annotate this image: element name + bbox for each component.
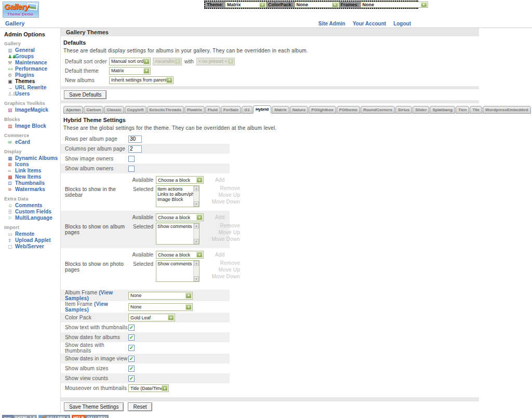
theme-tab[interactable]: Sirius xyxy=(395,106,412,114)
list-option[interactable]: Item actions xyxy=(157,186,193,192)
mouseover-select[interactable]: Title (Date/Time) ▼ xyxy=(128,384,169,392)
theme-tab[interactable]: Carbon xyxy=(84,106,103,114)
scroll-down-icon[interactable]: ▼ xyxy=(194,276,199,281)
theme-tab[interactable]: Floatrix xyxy=(184,106,205,114)
scroll-down-icon[interactable]: ▼ xyxy=(194,239,199,244)
nav-link[interactable]: Site Admin xyxy=(318,21,345,26)
sort-order-select[interactable]: Manual sort order ▼ xyxy=(109,58,151,65)
frames-select[interactable]: None ▼ xyxy=(361,2,428,8)
reset-button[interactable]: Reset xyxy=(128,402,152,411)
theme-tab[interactable]: WordpressEmbedded xyxy=(483,106,531,114)
save-theme-settings-button[interactable]: Save Theme Settings xyxy=(64,402,124,411)
theme-select[interactable]: Matrix ▼ xyxy=(225,2,267,8)
available-block-select[interactable]: Choose a block ▼ xyxy=(156,251,204,259)
theme-tab[interactable]: ForSale xyxy=(221,106,241,114)
sidebar-item[interactable]: ♟♟ Groups xyxy=(0,53,60,60)
available-block-select[interactable]: Choose a block ▼ xyxy=(156,176,204,184)
sidebar-item[interactable]: ▭ Remote xyxy=(0,231,60,237)
sidebar-item[interactable]: ⚐ MultiLanguage xyxy=(0,215,60,221)
sidebar-item[interactable]: ▩ New Items xyxy=(0,174,60,180)
sidebar-item[interactable]: ⊡ Thumbnails xyxy=(0,180,60,186)
sidebar-item[interactable]: ☺ Comments xyxy=(0,203,60,209)
chevron-down-icon: ▼ xyxy=(421,3,427,7)
sidebar-item[interactable]: ⇪ Upload Applet xyxy=(0,237,60,244)
theme-tab[interactable]: PGlightbox xyxy=(309,106,336,114)
color-pack-select[interactable]: Gold Leaf ▼ xyxy=(128,314,175,321)
new-albums-select[interactable]: Inherit settings from parent album ▼ xyxy=(109,76,174,84)
theme-tab[interactable]: Tien xyxy=(456,106,469,114)
list-option[interactable]: Show comments xyxy=(157,224,193,229)
sidebar-item[interactable]: ☰ Custom Fields xyxy=(0,209,60,215)
theme-tab[interactable]: G1 xyxy=(242,106,252,114)
available-block-select[interactable]: Choose a block ▼ xyxy=(156,213,204,221)
sidebar-item[interactable]: ▢ Web/Server xyxy=(0,244,60,250)
theme-tab[interactable]: Tile xyxy=(470,106,482,114)
dates-with-thumbnails-checkbox[interactable]: ✓ xyxy=(128,345,135,351)
view-counts-checkbox[interactable]: ✓ xyxy=(128,375,135,382)
theme-settings-description: These are the global settings for the th… xyxy=(63,125,532,131)
selected-blocks-list[interactable]: Show comments ▲ ▼ xyxy=(156,223,200,245)
sidebar-item[interactable]: ⊞ Icons xyxy=(0,161,60,168)
show-text-checkbox[interactable]: ✓ xyxy=(128,325,135,331)
gallery2-badge[interactable]: GALLERY 2 xyxy=(38,415,71,418)
theme-tab[interactable]: Copyleft xyxy=(125,106,147,114)
sidebar-item[interactable]: ⚙ Plugins xyxy=(0,72,60,78)
colorpack-select[interactable]: None ▼ xyxy=(295,2,339,8)
theme-tab[interactable]: RoundCorners xyxy=(361,106,395,114)
cols-per-page-input[interactable] xyxy=(128,145,142,153)
album-frame-select[interactable]: None ▼ xyxy=(128,292,193,300)
sidebar-item[interactable]: »» Performance xyxy=(0,66,60,72)
scrollbar[interactable]: ▲ ▼ xyxy=(193,186,199,207)
selected-blocks-list[interactable]: Item actionsLinks to album/photo peersIm… xyxy=(156,185,200,207)
sidebar-item[interactable]: ▤ Image Block xyxy=(0,123,60,129)
selected-label: Selected xyxy=(128,185,153,192)
scroll-up-icon[interactable]: ▲ xyxy=(194,261,199,266)
nav-link[interactable]: Your Account xyxy=(353,21,386,26)
theme-tab[interactable]: Ajaxian xyxy=(63,106,83,114)
sidebar-item[interactable]: ⚒ Maintenance xyxy=(0,60,60,66)
rows-per-page-input[interactable] xyxy=(128,136,142,143)
sidebar-item-icon: ▤ xyxy=(8,124,15,129)
theme-tab[interactable]: Fluid xyxy=(205,106,220,114)
theme-tab[interactable]: EclecticThreads xyxy=(147,106,184,114)
sidebar-item[interactable]: → URL Rewrite xyxy=(0,85,60,91)
sidebar-item[interactable]: ▣ Themes xyxy=(0,78,60,85)
nav-link[interactable]: Logout xyxy=(393,21,411,26)
sidebar-item[interactable]: ∞ Link Items xyxy=(0,168,60,174)
scroll-up-icon[interactable]: ▲ xyxy=(194,186,199,191)
sidebar-item[interactable]: ▥ General xyxy=(0,47,60,53)
scrollbar[interactable]: ▲ ▼ xyxy=(193,223,199,244)
album-sizes-checkbox[interactable]: ✓ xyxy=(128,366,135,372)
w3c-xhtml-badge[interactable]: W3C XHTML 1.0 xyxy=(2,415,37,418)
theme-tab[interactable]: Matrix xyxy=(272,106,289,114)
item-frame-select[interactable]: None ▼ xyxy=(128,303,193,311)
theme-tab[interactable]: Splatbang xyxy=(430,106,455,114)
sidebar-item[interactable]: ▨ ImageMagick xyxy=(0,107,60,113)
list-option[interactable]: Image Block xyxy=(157,197,193,202)
list-option[interactable]: Links to album/photo peers xyxy=(157,192,193,197)
scroll-down-icon[interactable]: ▼ xyxy=(194,201,199,207)
list-option[interactable]: Show comments xyxy=(157,261,193,266)
default-theme-select[interactable]: Matrix ▼ xyxy=(109,67,151,75)
dates-for-albums-checkbox[interactable]: ✓ xyxy=(128,334,135,341)
gallery-logo[interactable]: Gallery Theme Demo xyxy=(3,2,39,18)
sidebar-item[interactable]: ≋ Watermarks xyxy=(0,186,60,193)
save-defaults-button[interactable]: Save Defaults xyxy=(64,90,107,99)
scrollbar[interactable]: ▲ ▼ xyxy=(193,261,199,281)
row-label: Default theme xyxy=(65,68,109,74)
help-gallery-badge[interactable]: HELP GALLERY! xyxy=(72,415,109,418)
theme-tab[interactable]: PGtheme xyxy=(337,106,360,114)
dates-in-image-view-checkbox[interactable]: ✓ xyxy=(128,356,135,362)
theme-tab[interactable]: Nature xyxy=(290,106,308,114)
scroll-up-icon[interactable]: ▲ xyxy=(194,223,199,228)
theme-tab[interactable]: Slider xyxy=(413,106,429,114)
sidebar-item[interactable]: ✉ eCard xyxy=(0,139,60,145)
selected-blocks-list[interactable]: Show comments ▲ ▼ xyxy=(156,260,200,282)
theme-tab[interactable]: Hybrid xyxy=(253,105,271,114)
show-image-owners-checkbox[interactable]: ✓ xyxy=(128,156,135,162)
sidebar-item[interactable]: ▦ Dynamic Albums xyxy=(0,155,60,161)
sidebar-item[interactable]: ♙♙ Users xyxy=(0,91,60,97)
theme-tab[interactable]: Classic xyxy=(104,106,124,114)
show-album-owners-checkbox[interactable]: ✓ xyxy=(128,166,135,172)
breadcrumb[interactable]: Gallery xyxy=(5,20,24,26)
